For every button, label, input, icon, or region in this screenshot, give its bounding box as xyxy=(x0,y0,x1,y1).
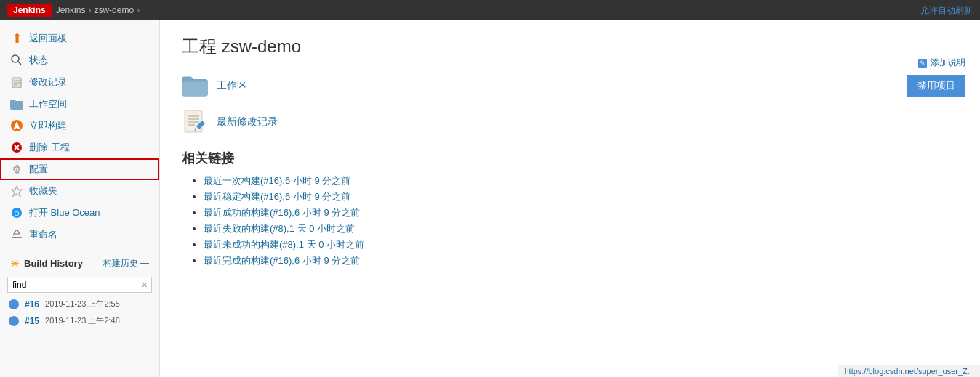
page-title: 工程 zsw-demo xyxy=(182,35,958,58)
sidebar-label-rename: 重命名 xyxy=(29,228,57,241)
sidebar-label-configure: 配置 xyxy=(29,163,48,176)
list-item: 最近未成功的构建(#8),1 天 0 小时之前 xyxy=(204,238,958,251)
edit-icon xyxy=(10,76,23,89)
build-16-link[interactable]: #16 xyxy=(25,299,39,309)
build-history-link[interactable]: 构建历史 — xyxy=(103,257,149,269)
build-15-date: 2019-11-23 上午2:48 xyxy=(45,315,120,326)
related-links-title: 相关链接 xyxy=(182,150,958,167)
build-history-label: Build History xyxy=(24,258,83,269)
sidebar-item-configure[interactable]: 配置 xyxy=(0,158,159,180)
sidebar-item-favorites[interactable]: 收藏夹 xyxy=(0,180,159,202)
search-icon xyxy=(10,54,23,67)
breadcrumb: Jenkins › zsw-demo › xyxy=(56,5,140,15)
workspace-folder-icon xyxy=(182,73,208,99)
folder-icon xyxy=(10,97,23,110)
svg-text:O: O xyxy=(14,210,19,217)
sidebar-item-blueocean[interactable]: O 打开 Blue Ocean xyxy=(0,202,159,224)
sidebar-item-workspace[interactable]: 工作空间 xyxy=(0,93,159,115)
ocean-icon: O xyxy=(10,206,23,219)
related-link-4[interactable]: 最近失败的构建(#8),1 天 0 小时之前 xyxy=(204,223,355,234)
sidebar-label-buildnow: 立即构建 xyxy=(29,119,67,132)
sidebar-item-delete[interactable]: 删除 工程 xyxy=(0,137,159,158)
content-header-actions: ✎ 添加说明 禁用项目 xyxy=(907,57,965,97)
build-item-15: #15 2019-11-23 上午2:48 xyxy=(7,312,152,329)
sidebar-label-status: 状态 xyxy=(29,54,48,67)
search-wrapper: × xyxy=(7,277,152,293)
svg-marker-14 xyxy=(12,186,22,196)
sidebar-item-back-dashboard[interactable]: ⬆ 返回面板 xyxy=(0,28,159,49)
top-bar: Jenkins Jenkins › zsw-demo › 允许自动刷新 xyxy=(0,0,980,20)
build-history-header: ☀ Build History 构建历史 — xyxy=(7,253,152,274)
changelog-doc-icon xyxy=(182,109,208,135)
svg-text:✎: ✎ xyxy=(920,60,925,67)
svg-line-1 xyxy=(18,62,21,65)
related-link-3[interactable]: 最近成功的构建(#16),6 小时 9 分之前 xyxy=(204,207,360,218)
build-item-16: #16 2019-11-23 上午2:55 xyxy=(7,296,152,312)
add-description-link[interactable]: ✎ 添加说明 xyxy=(917,57,965,69)
breadcrumb-jenkins[interactable]: Jenkins xyxy=(56,5,86,15)
sidebar-label-delete: 删除 工程 xyxy=(29,141,70,154)
sidebar-item-buildnow[interactable]: 立即构建 xyxy=(0,115,159,137)
breadcrumb-sep1: › xyxy=(88,5,91,15)
list-item: 最近一次构建(#16),6 小时 9 分之前 xyxy=(204,174,958,187)
related-links-list: 最近一次构建(#16),6 小时 9 分之前 最近稳定构建(#16),6 小时 … xyxy=(182,174,958,267)
related-link-1[interactable]: 最近一次构建(#16),6 小时 9 分之前 xyxy=(204,175,350,186)
list-item: 最近失败的构建(#8),1 天 0 小时之前 xyxy=(204,222,958,235)
related-link-2[interactable]: 最近稳定构建(#16),6 小时 9 分之前 xyxy=(204,191,350,202)
sidebar-item-changelog[interactable]: 修改记录 xyxy=(0,71,159,93)
star-icon xyxy=(10,185,23,198)
workspace-link[interactable]: 工作区 xyxy=(217,79,247,92)
status-bar: https://blog.csdn.net/super_user_Z... xyxy=(838,365,980,377)
related-link-5[interactable]: 最近未成功的构建(#8),1 天 0 小时之前 xyxy=(204,239,364,250)
changelog-link[interactable]: 最新修改记录 xyxy=(217,115,278,129)
sidebar-label-favorites: 收藏夹 xyxy=(29,185,57,198)
list-item: 最近完成的构建(#16),6 小时 9 分之前 xyxy=(204,254,958,267)
delete-icon xyxy=(10,141,23,154)
sidebar-item-status[interactable]: 状态 xyxy=(0,49,159,71)
build-history-title: ☀ Build History xyxy=(10,258,83,269)
sidebar-label-blueocean: 打开 Blue Ocean xyxy=(29,206,100,219)
sidebar-label-back: 返回面板 xyxy=(29,32,67,45)
jenkins-logo[interactable]: Jenkins xyxy=(7,4,52,17)
content-area: 工程 zsw-demo ✎ 添加说明 禁用项目 工作区 xyxy=(160,20,980,377)
svg-rect-17 xyxy=(12,237,22,238)
changelog-item: 最新修改记录 xyxy=(182,109,958,135)
build-status-blue-icon-2 xyxy=(9,316,19,326)
arrow-up-icon: ⬆ xyxy=(10,32,23,45)
list-item: 最近稳定构建(#16),6 小时 9 分之前 xyxy=(204,190,958,203)
sidebar-item-rename[interactable]: 重命名 xyxy=(0,224,159,246)
breadcrumb-zsw-demo[interactable]: zsw-demo xyxy=(94,5,134,15)
related-link-6[interactable]: 最近完成的构建(#16),6 小时 9 分之前 xyxy=(204,255,360,266)
sidebar: ⬆ 返回面板 状态 修改记录 工作空间 立即构建 xyxy=(0,20,160,377)
build-icon xyxy=(10,119,23,132)
build-search-input[interactable] xyxy=(7,277,152,293)
build-15-link[interactable]: #15 xyxy=(25,316,39,326)
build-status-blue-icon xyxy=(9,299,19,309)
svg-point-13 xyxy=(16,169,18,171)
main-layout: ⬆ 返回面板 状态 修改记录 工作空间 立即构建 xyxy=(0,20,980,377)
workspace-item: 工作区 xyxy=(182,73,958,99)
sidebar-label-workspace: 工作空间 xyxy=(29,97,67,110)
sidebar-label-changelog: 修改记录 xyxy=(29,76,67,89)
breadcrumb-sep2: › xyxy=(137,5,140,15)
disable-project-button[interactable]: 禁用项目 xyxy=(907,75,965,97)
gear-icon xyxy=(10,163,23,176)
sun-icon: ☀ xyxy=(10,258,20,269)
build-16-date: 2019-11-23 上午2:55 xyxy=(45,299,120,309)
svg-point-0 xyxy=(12,55,19,62)
build-history-section: ☀ Build History 构建历史 — × #16 2019-11-23 … xyxy=(0,253,159,329)
auto-refresh-link[interactable]: 允许自动刷新 xyxy=(920,4,973,17)
list-item: 最近成功的构建(#16),6 小时 9 分之前 xyxy=(204,206,958,219)
top-bar-left: Jenkins Jenkins › zsw-demo › xyxy=(7,4,140,17)
rename-icon xyxy=(10,228,23,241)
search-clear-icon[interactable]: × xyxy=(142,279,148,291)
